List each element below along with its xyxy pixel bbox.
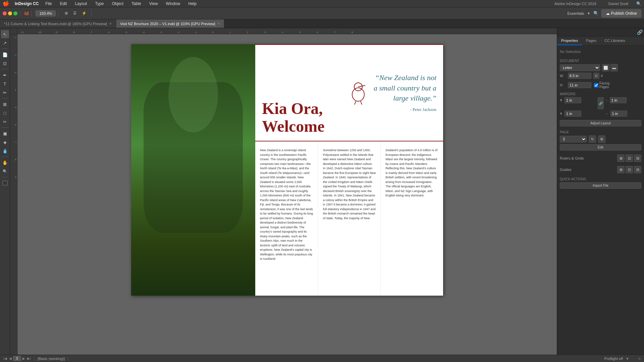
zoom-tool[interactable]: 🔍 [1, 167, 9, 175]
import-file-button[interactable]: Import File [560, 182, 641, 189]
menu-layout[interactable]: Layout [73, 1, 88, 7]
margin-top-row: ⬆ [560, 97, 596, 109]
margin-link-icon[interactable]: 🔗 [598, 97, 604, 109]
scroll-bar-area[interactable]: ▶ [639, 356, 641, 361]
top-section: Kia Ora, Welcome [255, 44, 443, 141]
guides-label: Guides [560, 168, 572, 172]
portrait-icon[interactable]: ⬜ [602, 64, 609, 71]
width-input[interactable] [568, 73, 591, 79]
close-tab-1[interactable]: ✕ [217, 22, 220, 25]
photo-column [131, 44, 255, 296]
page-number-select[interactable]: 3 [560, 136, 587, 142]
menu-view[interactable]: View [148, 1, 159, 7]
apple-icon[interactable]: 🍎 [3, 0, 9, 7]
publish-online-button[interactable]: ☁ Publish Online [601, 9, 641, 17]
photo-image [131, 44, 255, 296]
selection-tool[interactable]: ↖ [1, 30, 9, 38]
page-size-row: Letter ⬜ ▬ [560, 64, 641, 71]
document-page: Kia Ora, Welcome [131, 44, 443, 296]
margin-top-field: ⬆ [560, 97, 596, 103]
menu-type[interactable]: Type [94, 1, 105, 7]
tab-pages[interactable]: Pages [582, 37, 600, 45]
last-page-btn[interactable]: ▶| [26, 357, 32, 360]
menu-help[interactable]: Help [187, 1, 198, 7]
gradient-swatch-tool[interactable]: ▣ [1, 129, 9, 137]
eyedropper-tool[interactable]: 💧 [1, 147, 9, 155]
margin-left-input[interactable] [610, 111, 627, 117]
page-style-label: [Basic (working)] [38, 357, 65, 361]
zoom-input[interactable]: 103.4% [36, 10, 56, 16]
first-page-btn[interactable]: |◀ [3, 357, 8, 360]
quote-text: “New Zealand is not a small country but … [373, 73, 436, 104]
menu-object[interactable]: Object [110, 1, 125, 7]
direct-selection-tool[interactable]: ↗ [1, 39, 9, 47]
tab-cc-libraries[interactable]: CC Libraries [600, 37, 629, 45]
tool-separator-1 [2, 49, 8, 49]
guides-icon-3[interactable]: ⊟ [634, 166, 641, 173]
page-number-field[interactable] [13, 356, 21, 361]
guides-icon-1[interactable]: ⊞ [617, 166, 625, 173]
width-field: W: ⊡ 4 [560, 73, 603, 79]
close-tab-0[interactable]: ✕ [109, 22, 112, 25]
tool-separator-4 [2, 127, 8, 128]
tab-properties[interactable]: Properties [557, 37, 582, 45]
view-mode-btn[interactable]: ⊞ [63, 10, 70, 16]
document-section-label: Document [560, 59, 641, 63]
rectangle-frame-tool[interactable]: ⊠ [1, 100, 9, 108]
type-tool[interactable]: T [1, 80, 9, 88]
menu-table[interactable]: Table [130, 1, 143, 7]
edit-button[interactable]: Edit [560, 144, 641, 150]
pencil-tool[interactable]: ✏ [1, 88, 9, 97]
margin-right-input[interactable] [610, 97, 627, 103]
margin-top-input[interactable] [565, 97, 581, 103]
next-page-btn[interactable]: ▶ [22, 357, 26, 360]
pen-tool[interactable]: ✒ [1, 71, 9, 79]
rulers-icon-3[interactable]: ⊟ [634, 155, 641, 162]
arrange-btn[interactable]: ☰ [71, 10, 78, 16]
height-input[interactable] [568, 82, 591, 88]
preflight-label[interactable]: Preflight off [604, 357, 623, 361]
guides-icon-2[interactable]: ⊡ [626, 166, 633, 173]
link-icon[interactable]: 🔗 [637, 29, 643, 35]
facing-pages-checkbox[interactable] [594, 83, 598, 87]
document-canvas[interactable]: Kia Ora, Welcome [17, 34, 557, 355]
facing-pages-row: Facing Pages [594, 81, 606, 89]
preflight-chevron[interactable]: ▼ [626, 357, 629, 361]
preflight-btn[interactable]: ⚡ [80, 10, 89, 16]
workspace-chevron[interactable]: ▼ [587, 11, 591, 15]
pages-value: 4 [601, 74, 603, 78]
prev-page-btn[interactable]: ◀ [8, 357, 12, 360]
rectangle-tool[interactable]: □ [1, 109, 9, 117]
status-sep-2: | [67, 357, 68, 361]
search-icon[interactable]: 🔍 [636, 1, 641, 6]
adjust-layout-button[interactable]: Adjust Layout [560, 120, 641, 126]
minimize-button[interactable] [8, 11, 12, 15]
margin-bottom-input[interactable] [565, 111, 581, 117]
rulers-icon-1[interactable]: ⊞ [617, 155, 625, 162]
margins-bottom-grid: ⬇ ← [560, 111, 641, 118]
scissors-tool[interactable]: ✂ [1, 118, 9, 126]
page-rotate-icon[interactable]: ↻ [589, 135, 596, 143]
dimensions-row: W: ⊡ 4 [560, 73, 641, 80]
landscape-icon[interactable]: ▬ [610, 64, 618, 71]
gap-tool[interactable]: ⊡ [1, 59, 9, 67]
menu-edit[interactable]: Edit [59, 1, 68, 7]
hand-tool[interactable]: ✋ [1, 159, 9, 167]
close-button[interactable] [3, 11, 7, 15]
tab-1[interactable]: Visit NZ Brochure 2020 – V1.indd @ 103% … [116, 19, 224, 28]
margins-grid: ⬆ 🔗 → [560, 97, 641, 109]
page-settings-icon[interactable]: ⚙ [598, 135, 605, 143]
left-tools-panel: ↖ ↗ 📄 ⊡ ✒ T ✏ ⊠ □ ✂ ▣ ◈ 💧 ✋ 🔍 [0, 28, 10, 355]
gradient-feather-tool[interactable]: ◈ [1, 138, 9, 146]
fill-color[interactable] [1, 179, 9, 187]
maximize-button[interactable] [13, 11, 17, 15]
rulers-icon-2[interactable]: ⊡ [626, 155, 633, 162]
page-size-select[interactable]: Letter [560, 64, 600, 71]
window-controls [3, 11, 20, 15]
tab-0[interactable]: *11 Column & Linking Text Boxes.indd @ 1… [0, 19, 116, 28]
page-tool[interactable]: 📄 [1, 51, 9, 59]
width-icon[interactable]: ⊡ [593, 73, 599, 79]
search-panel-icon[interactable]: 🔍 [593, 11, 599, 16]
menu-file[interactable]: File [44, 1, 53, 7]
menu-window[interactable]: Window [165, 1, 182, 7]
